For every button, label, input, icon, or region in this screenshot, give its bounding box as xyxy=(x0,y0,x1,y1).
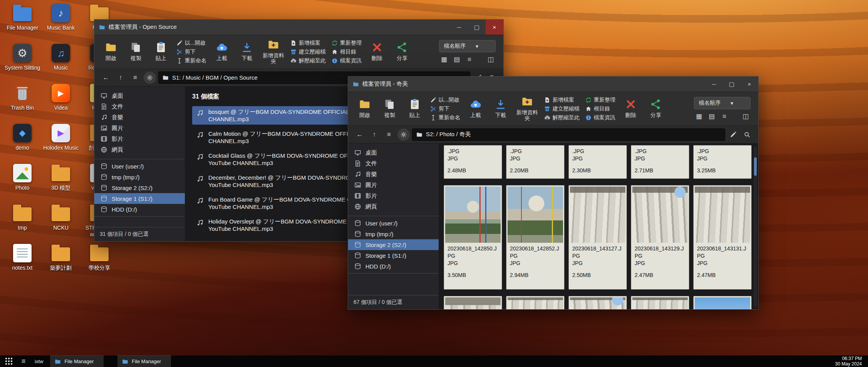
taskbar-clock[interactable]: 06:37 PM 30 May 2024 xyxy=(835,356,866,367)
sort-order-dropdown[interactable]: 檔名順序▾ xyxy=(439,40,496,52)
view-columns-button[interactable]: ◫ xyxy=(741,112,751,121)
delete-button[interactable]: 刪除 xyxy=(620,95,642,123)
extract-here-button[interactable]: 解壓縮至此 xyxy=(543,114,581,122)
delete-button[interactable]: 刪除 xyxy=(366,38,388,66)
photo-cell[interactable]: 20230618_143131.JPG JPG 2.47MB xyxy=(693,185,752,290)
desktop-icon[interactable]: 學校分享 xyxy=(80,244,118,284)
scrollbar-track[interactable] xyxy=(754,146,757,307)
close-button[interactable]: × xyxy=(741,77,758,92)
photo-cell-clipped[interactable] xyxy=(631,296,689,309)
minimize-button[interactable]: ─ xyxy=(450,20,468,35)
desktop-icon[interactable]: demo xyxy=(3,124,41,164)
sidebar-place-item[interactable]: 桌面 xyxy=(94,90,185,101)
view-list-button[interactable]: ▤ xyxy=(452,55,462,64)
sidebar-place-item[interactable]: 音樂 xyxy=(94,112,185,123)
maximize-button[interactable]: ▢ xyxy=(468,20,486,35)
view-compact-button[interactable]: ≡ xyxy=(464,55,474,64)
desktop-icon[interactable]: 3D 模型 xyxy=(42,164,80,204)
sidebar-place-item[interactable]: 文件 xyxy=(94,101,185,112)
close-button[interactable]: × xyxy=(486,20,503,35)
desktop-icon[interactable]: Trash Bin xyxy=(3,84,41,124)
rename-button[interactable]: 重新命名 xyxy=(175,57,208,65)
titlebar[interactable]: 檔案管理員 - 奇美 ─ ▢ × xyxy=(348,77,758,92)
sidebar-place-item[interactable]: 音樂 xyxy=(348,169,439,180)
sidebar-drive-item[interactable]: tmp (tmp:/) xyxy=(348,229,439,239)
desktop-icon[interactable]: Photo xyxy=(3,164,41,204)
menu-button[interactable]: ≡ xyxy=(129,72,141,84)
rename-button[interactable]: 重新命名 xyxy=(429,114,462,122)
view-compact-button[interactable]: ≡ xyxy=(719,112,729,121)
edit-path-button[interactable] xyxy=(727,129,739,140)
sidebar-place-item[interactable]: 圖片 xyxy=(94,123,185,133)
photo-cell-partial[interactable]: .JPG JPG 2.20MB xyxy=(506,145,565,179)
desktop-icon[interactable]: Videa xyxy=(42,84,80,124)
desktop-icon[interactable]: System Slitting xyxy=(3,44,41,84)
refresh-button[interactable]: 重新整理 xyxy=(584,96,617,104)
desktop-icon[interactable]: tmp xyxy=(3,204,41,244)
download-button[interactable]: 下載 xyxy=(236,38,258,66)
path-bar[interactable]: S2: / Photo / 奇美 xyxy=(412,128,725,141)
back-button[interactable]: ← xyxy=(100,72,112,84)
sidebar-place-item[interactable]: 影片 xyxy=(348,190,439,201)
sidebar-drive-item[interactable]: HDD (D:/) xyxy=(348,261,439,272)
desktop-icon[interactable]: File Manager xyxy=(3,4,41,44)
photo-cell-partial[interactable]: .JPG JPG 3.25MB xyxy=(693,145,752,179)
create-archive-button[interactable]: 建立壓縮檔 xyxy=(543,105,581,113)
view-grid-button[interactable]: ▦ xyxy=(694,112,704,121)
photo-cell-clipped[interactable] xyxy=(693,296,752,309)
sidebar-place-item[interactable]: 圖片 xyxy=(348,180,439,190)
sidebar-drive-item[interactable]: Storage 2 (S2:/) xyxy=(348,239,439,250)
new-folder-button[interactable]: 新增資料夾 xyxy=(261,38,286,66)
upload-button[interactable]: 上載 xyxy=(464,95,487,123)
sidebar-drive-item[interactable]: HDD (D:/) xyxy=(94,204,185,215)
settings-gear-button[interactable] xyxy=(397,128,410,141)
scrollbar-thumb[interactable] xyxy=(754,157,757,176)
file-info-button[interactable]: 檔案資訊 xyxy=(330,57,363,65)
paste-button[interactable]: 貼上 xyxy=(404,95,426,123)
create-archive-button[interactable]: 建立壓縮檔 xyxy=(289,48,327,56)
task-menu-button[interactable]: ≡ xyxy=(17,355,30,367)
sidebar-drive-item[interactable]: Storage 1 (S1:/) xyxy=(94,193,185,204)
desktop-icon[interactable]: notes.txt xyxy=(3,244,41,284)
photo-cell-partial[interactable]: .JPG JPG 2.30MB xyxy=(568,145,627,179)
back-button[interactable]: ← xyxy=(354,128,366,141)
photo-cell[interactable]: 20230618_142852.JPG JPG 2.94MB xyxy=(506,185,565,290)
photo-cell[interactable]: 20230618_143127.JPG JPG 2.50MB xyxy=(568,185,627,290)
sort-order-dropdown[interactable]: 檔名順序▾ xyxy=(694,97,751,109)
sidebar-drive-item[interactable]: Storage 1 (S1:/) xyxy=(348,250,439,261)
upload-button[interactable]: 上載 xyxy=(211,38,233,66)
titlebar[interactable]: 檔案管理員 - Open Source ─ ▢ × xyxy=(94,20,503,35)
root-button[interactable]: 根目錄 xyxy=(584,105,617,113)
sidebar-place-item[interactable]: 文件 xyxy=(348,158,439,169)
open-button[interactable]: 開啟 xyxy=(100,38,122,66)
view-columns-button[interactable]: ◫ xyxy=(486,55,496,64)
sidebar-place-item[interactable]: 網頁 xyxy=(94,144,185,155)
desktop-icon[interactable]: Holodex Music xyxy=(42,124,80,164)
root-button[interactable]: 根目錄 xyxy=(330,48,363,56)
photo-cell-clipped[interactable] xyxy=(506,296,565,309)
desktop-icon[interactable]: Music Bank xyxy=(42,4,80,44)
cut-button[interactable]: 剪下 xyxy=(175,48,208,56)
photo-cell[interactable]: 20230618_142850.JPG JPG 3.50MB xyxy=(444,185,502,290)
sidebar-drive-item[interactable]: Storage 2 (S2:/) xyxy=(94,182,185,193)
search-button[interactable] xyxy=(741,129,753,140)
sidebar-place-item[interactable]: 網頁 xyxy=(348,201,439,212)
share-button[interactable]: 分享 xyxy=(391,38,413,66)
new-folder-button[interactable]: 新增資料夾 xyxy=(514,95,540,123)
copy-button[interactable]: 複製 xyxy=(379,95,401,123)
photo-cell-clipped[interactable] xyxy=(444,296,502,309)
refresh-button[interactable]: 重新整理 xyxy=(330,39,363,47)
new-file-button[interactable]: 新增檔案 xyxy=(543,96,581,104)
photo-cell-partial[interactable]: .JPG JPG 2.48MB xyxy=(444,145,502,179)
minimize-button[interactable]: ─ xyxy=(705,77,723,92)
desktop-icon[interactable]: Music xyxy=(42,44,80,84)
view-grid-button[interactable]: ▦ xyxy=(439,55,449,64)
open-with-button[interactable]: 以...開啟 xyxy=(429,96,462,104)
desktop-icon[interactable]: 築夢計劃 xyxy=(42,244,80,284)
taskbar-app-button[interactable]: File Manager xyxy=(50,355,104,367)
sidebar-drive-item[interactable]: tmp (tmp:/) xyxy=(94,172,185,182)
sidebar-place-item[interactable]: 桌面 xyxy=(348,147,439,158)
share-button[interactable]: 分享 xyxy=(645,95,667,123)
cut-button[interactable]: 剪下 xyxy=(429,105,462,113)
menu-button[interactable]: ≡ xyxy=(383,128,395,141)
